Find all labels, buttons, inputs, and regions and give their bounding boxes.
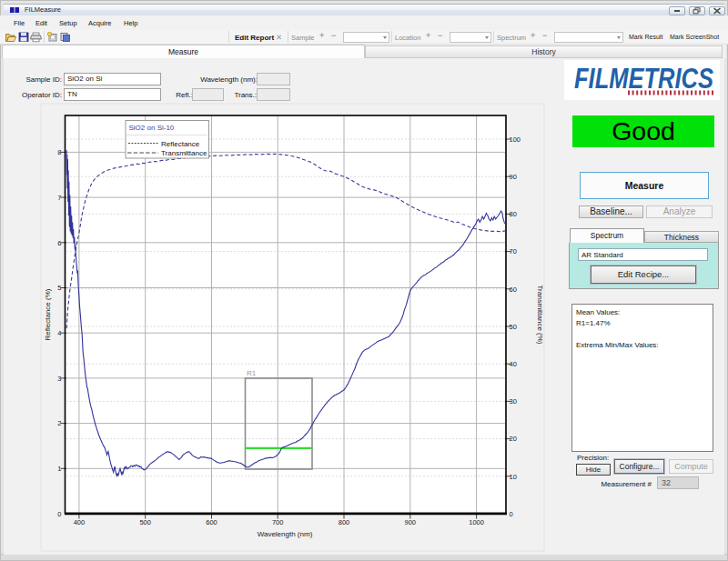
svg-text:Reflectance: Reflectance xyxy=(161,140,200,148)
svg-text:1000: 1000 xyxy=(469,518,484,526)
svg-text:600: 600 xyxy=(206,518,217,526)
svg-text:70: 70 xyxy=(510,247,517,255)
svg-text:100: 100 xyxy=(510,135,521,144)
svg-text:7: 7 xyxy=(57,194,61,202)
svg-text:400: 400 xyxy=(74,518,86,526)
svg-text:80: 80 xyxy=(510,210,517,218)
svg-text:700: 700 xyxy=(272,518,284,526)
svg-text:2: 2 xyxy=(57,419,61,427)
svg-text:50: 50 xyxy=(510,323,517,331)
svg-text:Wavelength (nm): Wavelength (nm) xyxy=(258,530,313,538)
svg-text:0: 0 xyxy=(510,510,513,518)
svg-text:0: 0 xyxy=(57,510,61,518)
svg-text:SiO2 on Si-10: SiO2 on Si-10 xyxy=(129,124,175,132)
svg-text:10: 10 xyxy=(510,473,517,481)
svg-text:5: 5 xyxy=(57,284,61,292)
svg-text:90: 90 xyxy=(510,173,517,181)
svg-text:60: 60 xyxy=(510,286,517,294)
svg-text:3: 3 xyxy=(57,375,61,383)
svg-text:20: 20 xyxy=(510,435,517,443)
svg-text:40: 40 xyxy=(510,360,517,368)
svg-text:8: 8 xyxy=(57,148,61,156)
svg-text:800: 800 xyxy=(339,518,350,526)
svg-text:4: 4 xyxy=(57,329,61,337)
svg-text:Transmittance: Transmittance xyxy=(161,149,207,157)
svg-text:900: 900 xyxy=(405,518,417,526)
svg-text:6: 6 xyxy=(57,239,61,247)
svg-text:500: 500 xyxy=(139,518,151,526)
svg-text:Transmittance (%): Transmittance (%) xyxy=(536,285,544,344)
svg-text:30: 30 xyxy=(510,397,517,406)
svg-text:1: 1 xyxy=(57,465,61,473)
svg-text:Reflectance (%): Reflectance (%) xyxy=(44,288,52,340)
svg-text:R1: R1 xyxy=(247,369,257,377)
